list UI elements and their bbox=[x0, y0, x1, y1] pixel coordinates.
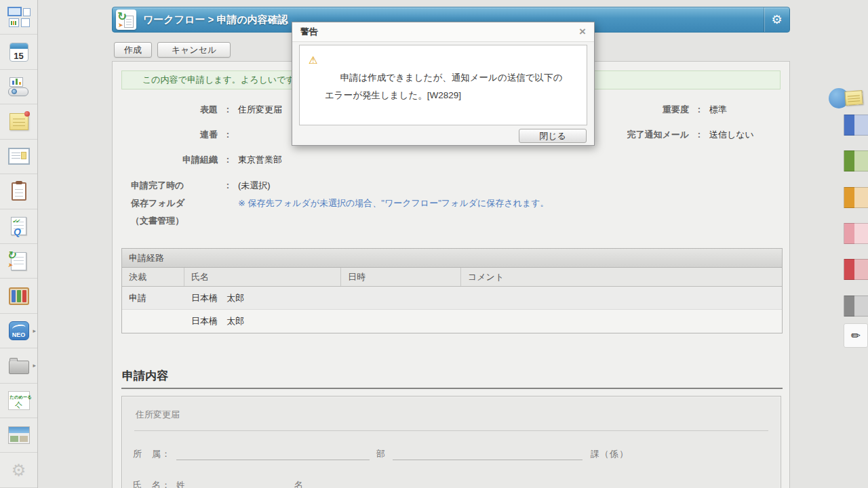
lastname-field bbox=[191, 481, 286, 488]
sidebar-item-schedule[interactable]: 15 bbox=[0, 35, 37, 69]
workflow-header-icon: ↻ ➤ bbox=[116, 9, 136, 30]
affiliation-row: 所 属： 部 課（係） bbox=[133, 448, 770, 460]
application-form-preview: 住所変更届 所 属： 部 課（係） 氏 名： 姓 名 bbox=[121, 396, 781, 488]
name-row: 氏 名： 姓 名 bbox=[133, 479, 770, 488]
col-comment: コメント bbox=[461, 268, 782, 286]
sidebar-item-facility[interactable] bbox=[0, 70, 37, 104]
field-organization: 申請組織 : 東京営業部 bbox=[126, 154, 282, 165]
survey-document-icon: ✔✔ Q bbox=[11, 217, 26, 235]
heading-divider bbox=[121, 388, 783, 389]
swatch-red[interactable] bbox=[844, 259, 868, 280]
route-table-title: 申請経路 bbox=[122, 249, 782, 268]
sidebar-item-workflow[interactable]: ↻ ➤ bbox=[0, 244, 37, 279]
gear-icon: ⚙ bbox=[771, 12, 782, 27]
section-heading: 申請内容 bbox=[122, 368, 168, 384]
save-folder-note: ※ 保存先フォルダが未選択の場合、"ワークフロー"フォルダに保存されます。 bbox=[238, 197, 549, 209]
sidebar-item-todo[interactable] bbox=[0, 174, 37, 209]
field-completion-mail: 完了通知メール : 送信しない bbox=[611, 129, 754, 140]
field-importance: 重要度 : 標準 bbox=[611, 104, 727, 115]
table-row: 日本橋 太郎 bbox=[122, 310, 782, 333]
application-route-table: 申請経路 決裁 氏名 日時 コメント 申請 日本橋 太郎 日本橋 太郎 bbox=[121, 248, 783, 333]
sidebar-item-neo[interactable]: NEO ▸ bbox=[0, 314, 37, 348]
field-importance-value: 標準 bbox=[709, 104, 727, 115]
gear-icon: ⚙ bbox=[12, 461, 26, 480]
edit-pencil-button[interactable]: ✏ bbox=[844, 323, 868, 348]
swatch-green[interactable] bbox=[844, 150, 868, 171]
field-serial: 連番 : bbox=[126, 129, 238, 140]
bulletin-board-icon bbox=[8, 148, 30, 165]
neo-app-icon: NEO bbox=[9, 321, 29, 340]
warning-dialog: 警告 × ⚠申請は作成できましたが、通知メールの送信で以下の エラーが発生しまし… bbox=[292, 22, 595, 146]
sidebar-item-banner[interactable] bbox=[0, 418, 37, 453]
swatch-pink[interactable] bbox=[844, 223, 868, 244]
folder-icon bbox=[9, 361, 29, 374]
cancel-button[interactable]: キャンセル bbox=[157, 42, 231, 58]
dialog-title: 警告 bbox=[300, 26, 318, 38]
field-completion-mail-value: 送信しない bbox=[709, 129, 754, 140]
field-save-folder-line3: （文書管理） bbox=[126, 215, 218, 226]
sidebar-item-survey[interactable]: ✔✔ Q bbox=[0, 209, 37, 244]
sidebar-item-document-management[interactable] bbox=[0, 279, 37, 313]
dialog-close-button[interactable]: 閉じる bbox=[519, 129, 587, 143]
dialog-message-box: ⚠申請は作成できましたが、通知メールの送信で以下の エラーが発生しました。[W2… bbox=[299, 45, 587, 125]
app-sidebar: 15 ✔✔ Q ↻ ➤ bbox=[0, 0, 38, 488]
create-button[interactable]: 作成 bbox=[114, 42, 152, 58]
swatch-orange[interactable] bbox=[844, 187, 868, 208]
sidebar-item-settings[interactable]: ⚙ bbox=[0, 453, 37, 487]
affiliation-dept-field bbox=[176, 449, 370, 460]
warning-message: ⚠申請は作成できましたが、通知メールの送信で以下の エラーが発生しました。[W2… bbox=[309, 52, 578, 122]
binders-shelf-icon bbox=[9, 287, 29, 305]
close-icon[interactable]: × bbox=[579, 26, 586, 37]
workflow-icon: ↻ ➤ bbox=[11, 252, 26, 270]
memo-note-icon bbox=[9, 113, 28, 130]
settings-gear-button[interactable]: ⚙ bbox=[764, 7, 789, 32]
chevron-right-icon: ▸ bbox=[33, 327, 36, 334]
dialog-titlebar: 警告 × bbox=[292, 22, 594, 42]
sidebar-item-memo[interactable] bbox=[0, 104, 37, 139]
portal-icon bbox=[7, 7, 31, 27]
photo-banner-icon bbox=[8, 426, 30, 444]
chevron-right-icon: ▸ bbox=[33, 362, 36, 369]
swatch-blue[interactable] bbox=[844, 115, 868, 136]
form-title: 住所変更届 bbox=[136, 409, 180, 421]
field-title-value: 住所変更届 bbox=[238, 104, 282, 115]
field-save-folder-line2: 保存フォルダ ※ 保存先フォルダが未選択の場合、"ワークフロー"フォルダに保存さ… bbox=[126, 197, 549, 209]
firstname-field bbox=[309, 481, 404, 488]
breadcrumb-title: ワークフロー > 申請の内容確認 bbox=[143, 14, 288, 26]
col-approval: 決裁 bbox=[122, 268, 184, 286]
pencil-icon: ✏ bbox=[851, 329, 861, 343]
col-name: 氏名 bbox=[184, 268, 341, 286]
sidebar-item-tanomeru[interactable]: たのめーる 亽 bbox=[0, 384, 37, 418]
field-title: 表題 : 住所変更届 bbox=[126, 104, 282, 115]
warning-triangle-icon: ⚠ bbox=[309, 52, 317, 69]
field-save-folder-line1: 申請完了時の : (未選択) bbox=[126, 180, 271, 191]
tanomeru-logo-icon: たのめーる 亽 bbox=[8, 391, 30, 410]
route-table-header: 決裁 氏名 日時 コメント bbox=[122, 268, 782, 287]
calendar-icon: 15 bbox=[9, 43, 28, 62]
form-divider bbox=[134, 430, 768, 431]
sidebar-item-cabinet[interactable]: ▸ bbox=[0, 348, 37, 383]
affiliation-section-field bbox=[393, 449, 583, 460]
swatch-gray[interactable] bbox=[844, 296, 868, 317]
col-datetime: 日時 bbox=[341, 268, 461, 286]
field-save-folder-value: (未選択) bbox=[238, 180, 271, 191]
sidebar-item-portal[interactable] bbox=[0, 0, 37, 35]
sticky-note-rail: ✏ bbox=[842, 0, 868, 488]
field-organization-value: 東京営業部 bbox=[238, 154, 282, 165]
table-row: 申請 日本橋 太郎 bbox=[122, 287, 782, 310]
sidebar-item-bulletin[interactable] bbox=[0, 140, 37, 174]
clipboard-icon bbox=[12, 182, 26, 201]
error-message: 通知先のユーザーにメールアドレスが設定されていませ ん。[W40006] bbox=[309, 122, 578, 125]
projector-chart-icon bbox=[8, 77, 30, 96]
